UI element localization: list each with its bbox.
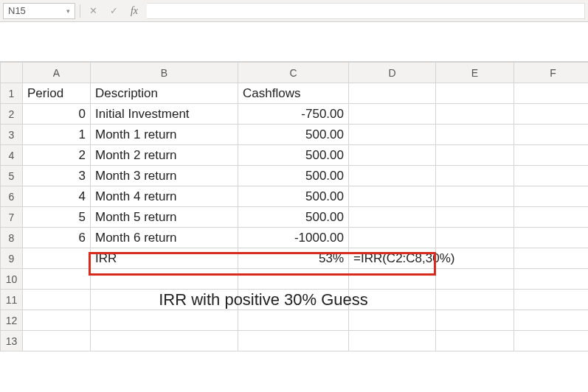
col-header-C[interactable]: C <box>238 63 349 83</box>
cell-D6[interactable] <box>349 186 436 207</box>
row-header-7[interactable]: 7 <box>1 207 23 228</box>
cell-F9[interactable] <box>514 248 589 269</box>
row-header-5[interactable]: 5 <box>1 166 23 186</box>
formula-input[interactable] <box>147 3 585 19</box>
cell-B9[interactable]: IRR <box>91 248 238 269</box>
cell-F5[interactable] <box>514 166 589 186</box>
cell-C2[interactable]: -750.00 <box>238 104 349 125</box>
cell-D8[interactable] <box>349 228 436 248</box>
name-box[interactable]: N15 ▾ <box>3 3 75 19</box>
row-header-8[interactable]: 8 <box>1 228 23 248</box>
cell-D4[interactable] <box>349 145 436 166</box>
col-header-A[interactable]: A <box>23 63 91 83</box>
cell-F13[interactable] <box>514 331 589 351</box>
row-header-4[interactable]: 4 <box>1 145 23 166</box>
row-header-1[interactable]: 1 <box>1 83 23 104</box>
row-header-2[interactable]: 2 <box>1 104 23 125</box>
cell-A8[interactable]: 6 <box>23 228 91 248</box>
insert-function-button[interactable]: fx <box>126 3 142 19</box>
cell-A11[interactable] <box>23 290 91 310</box>
cell-B2[interactable]: Initial Investment <box>91 104 238 125</box>
col-header-B[interactable]: B <box>91 63 238 83</box>
cell-F12[interactable] <box>514 310 589 331</box>
cell-E10[interactable] <box>436 269 514 290</box>
cell-F8[interactable] <box>514 228 589 248</box>
cell-F2[interactable] <box>514 104 589 125</box>
cell-D3[interactable] <box>349 125 436 145</box>
col-header-E[interactable]: E <box>436 63 514 83</box>
cell-C8[interactable]: -1000.00 <box>238 228 349 248</box>
cell-B5[interactable]: Month 3 return <box>91 166 238 186</box>
cancel-formula-button[interactable]: ✕ <box>85 3 101 19</box>
cell-F6[interactable] <box>514 186 589 207</box>
cell-B13[interactable] <box>91 331 238 351</box>
cell-A13[interactable] <box>23 331 91 351</box>
cell-C5[interactable]: 500.00 <box>238 166 349 186</box>
row-header-13[interactable]: 13 <box>1 331 23 351</box>
cell-E7[interactable] <box>436 207 514 228</box>
cell-E8[interactable] <box>436 228 514 248</box>
row-header-3[interactable]: 3 <box>1 125 23 145</box>
cell-C3[interactable]: 500.00 <box>238 125 349 145</box>
cell-E2[interactable] <box>436 104 514 125</box>
col-header-F[interactable]: F <box>514 63 589 83</box>
cell-E11[interactable] <box>436 290 514 310</box>
row-header-9[interactable]: 9 <box>1 248 23 269</box>
cell-C1[interactable]: Cashflows <box>238 83 349 104</box>
cell-A5[interactable]: 3 <box>23 166 91 186</box>
cell-B7[interactable]: Month 5 return <box>91 207 238 228</box>
cell-C4[interactable]: 500.00 <box>238 145 349 166</box>
cell-E1[interactable] <box>436 83 514 104</box>
row-header-6[interactable]: 6 <box>1 186 23 207</box>
cell-D12[interactable] <box>349 310 436 331</box>
row-header-10[interactable]: 10 <box>1 269 23 290</box>
cell-D9[interactable]: =IRR(C2:C8,30%) <box>349 248 436 269</box>
select-all-corner[interactable] <box>1 63 23 83</box>
cell-D7[interactable] <box>349 207 436 228</box>
cell-D1[interactable] <box>349 83 436 104</box>
cell-E4[interactable] <box>436 145 514 166</box>
row-header-11[interactable]: 11 <box>1 290 23 310</box>
cell-A2[interactable]: 0 <box>23 104 91 125</box>
accept-formula-button[interactable]: ✓ <box>106 3 122 19</box>
cell-C10[interactable] <box>238 269 349 290</box>
cell-E5[interactable] <box>436 166 514 186</box>
cell-E3[interactable] <box>436 125 514 145</box>
cell-C13[interactable] <box>238 331 349 351</box>
cell-B6[interactable]: Month 4 return <box>91 186 238 207</box>
cell-A10[interactable] <box>23 269 91 290</box>
cell-E12[interactable] <box>436 310 514 331</box>
row-header-12[interactable]: 12 <box>1 310 23 331</box>
cell-F11[interactable] <box>514 290 589 310</box>
cell-B3[interactable]: Month 1 return <box>91 125 238 145</box>
cell-E6[interactable] <box>436 186 514 207</box>
cell-F1[interactable] <box>514 83 589 104</box>
cell-F4[interactable] <box>514 145 589 166</box>
cell-F7[interactable] <box>514 207 589 228</box>
cell-B4[interactable]: Month 2 return <box>91 145 238 166</box>
cell-D13[interactable] <box>349 331 436 351</box>
cell-A6[interactable]: 4 <box>23 186 91 207</box>
cell-C9[interactable]: 53% <box>238 248 349 269</box>
cell-A7[interactable]: 5 <box>23 207 91 228</box>
cell-C6[interactable]: 500.00 <box>238 186 349 207</box>
cell-A3[interactable]: 1 <box>23 125 91 145</box>
cell-A12[interactable] <box>23 310 91 331</box>
cell-F3[interactable] <box>514 125 589 145</box>
cell-A9[interactable] <box>23 248 91 269</box>
cell-A4[interactable]: 2 <box>23 145 91 166</box>
cell-C12[interactable] <box>238 310 349 331</box>
cell-D2[interactable] <box>349 104 436 125</box>
cell-A1[interactable]: Period <box>23 83 91 104</box>
cell-B8[interactable]: Month 6 return <box>91 228 238 248</box>
cell-D10[interactable] <box>349 269 436 290</box>
col-header-D[interactable]: D <box>349 63 436 83</box>
cell-B10[interactable] <box>91 269 238 290</box>
cell-C7[interactable]: 500.00 <box>238 207 349 228</box>
cell-E13[interactable] <box>436 331 514 351</box>
cell-F10[interactable] <box>514 269 589 290</box>
cell-D5[interactable] <box>349 166 436 186</box>
cell-B12[interactable] <box>91 310 238 331</box>
cell-B1[interactable]: Description <box>91 83 238 104</box>
cell-B11[interactable]: IRR with positive 30% Guess <box>91 290 238 310</box>
